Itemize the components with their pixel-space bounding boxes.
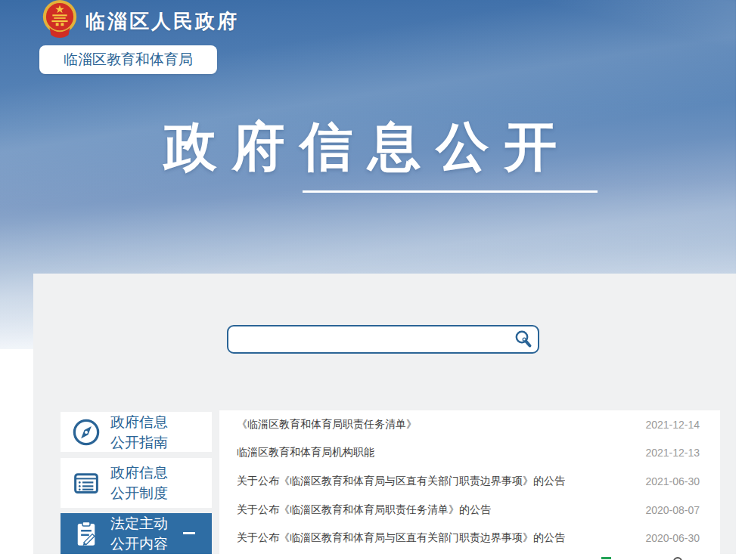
- collapse-minus-icon[interactable]: [183, 532, 195, 534]
- title-underline: [303, 190, 598, 193]
- article-row[interactable]: 关于公布《临淄区教育和体育局与区直有关部门职责边界事项》的公告 2020-06-…: [219, 524, 720, 552]
- article-list: 《临淄区教育和体育局职责任务清单》 2021-12-14 临淄区教育和体育局机构…: [219, 410, 720, 554]
- article-date: 2020-06-30: [645, 532, 700, 544]
- sidebar-item-gov-info-guide[interactable]: 政府信息 公开指南: [61, 412, 212, 452]
- article-row[interactable]: 关于公布《临淄区教育和体育局与区直有关部门职责边界事项》的公告 2021-06-…: [219, 467, 720, 496]
- search-box: [227, 325, 539, 354]
- sidebar-item-label: 政府信息 公开制度: [110, 463, 168, 503]
- article-date: 2021-12-14: [645, 419, 700, 431]
- footer-partial-green-icon: [601, 557, 611, 559]
- footer-partial-round-icon: [673, 557, 682, 560]
- search-button[interactable]: [509, 326, 538, 352]
- page: { "page": { "site_name": "临淄区人民政府", "dep…: [0, 0, 742, 560]
- ledger-icon: [71, 468, 101, 498]
- article-row[interactable]: 关于公布《临淄区教育和体育局职责任务清单》的公告 2020-08-07: [219, 496, 720, 524]
- site-name[interactable]: 临淄区人民政府: [85, 8, 239, 35]
- search-icon: [514, 330, 533, 349]
- site-header-link[interactable]: 临淄区人民政府: [42, 0, 239, 42]
- article-date: 2021-12-13: [645, 447, 700, 459]
- compass-icon: [71, 417, 101, 447]
- article-date: 2020-08-07: [645, 504, 700, 516]
- article-row[interactable]: 《临淄区教育和体育局职责任务清单》 2021-12-14: [219, 410, 720, 439]
- article-link[interactable]: 关于公布《临淄区教育和体育局与区直有关部门职责边界事项》的公告: [237, 531, 565, 545]
- sidebar-item-gov-info-system[interactable]: 政府信息 公开制度: [61, 458, 212, 508]
- search-input[interactable]: [228, 326, 509, 352]
- article-link[interactable]: 临淄区教育和体育局机构职能: [237, 446, 374, 459]
- sidebar-item-label: 法定主动 公开内容: [110, 513, 168, 554]
- banner-streak: [377, 0, 736, 126]
- article-row[interactable]: 临淄区教育和体育局机构职能 2021-12-13: [219, 439, 720, 468]
- page-title: 政府信息公开: [0, 112, 736, 183]
- clipboard-edit-icon: [71, 518, 101, 549]
- article-date: 2021-06-30: [645, 475, 700, 487]
- national-emblem-icon: [42, 0, 78, 39]
- article-link[interactable]: 《临淄区教育和体育局职责任务清单》: [237, 418, 417, 432]
- sidebar-item-statutory-disclosure[interactable]: 法定主动 公开内容: [61, 513, 212, 554]
- department-tab[interactable]: 临淄区教育和体育局: [39, 45, 217, 74]
- article-link[interactable]: 关于公布《临淄区教育和体育局与区直有关部门职责边界事项》的公告: [237, 475, 565, 488]
- article-link[interactable]: 关于公布《临淄区教育和体育局职责任务清单》的公告: [237, 503, 491, 517]
- sidebar-item-label: 政府信息 公开指南: [110, 412, 168, 453]
